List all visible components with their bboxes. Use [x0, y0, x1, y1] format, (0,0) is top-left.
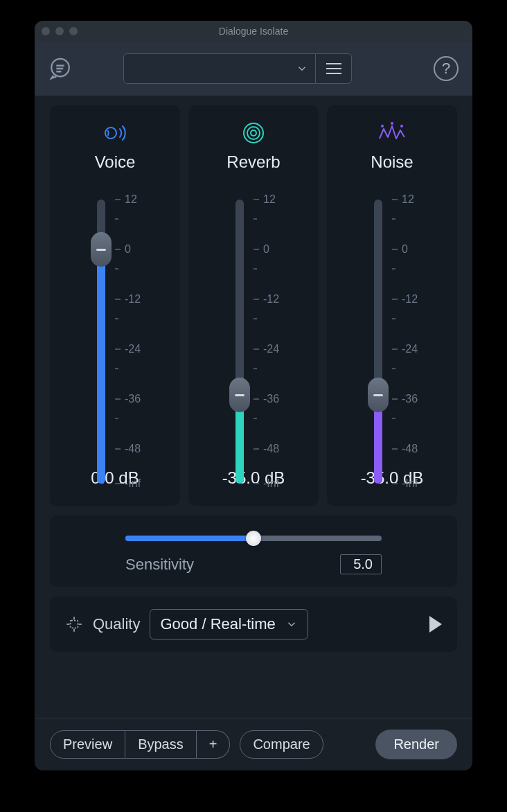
- channels-row: Voice120-12-24-36-48-Inf0.0 dBReverb120-…: [50, 105, 457, 506]
- quality-select[interactable]: Good / Real-time: [150, 609, 308, 639]
- sensitivity-panel: Sensitivity 5.0: [50, 515, 457, 587]
- tick-label: 0: [125, 243, 131, 256]
- tick-label: -36: [263, 393, 279, 405]
- sensitivity-slider[interactable]: [125, 532, 382, 545]
- tick-mark: [115, 318, 118, 319]
- tick-label: -36: [402, 393, 418, 405]
- render-button[interactable]: Render: [375, 730, 457, 759]
- tick-mark: [115, 218, 118, 220]
- tick-mark: [115, 418, 118, 419]
- tick-mark: [115, 448, 121, 450]
- tick-mark: [392, 418, 395, 419]
- tick-mark: [115, 249, 121, 250]
- tick-label: 12: [125, 193, 137, 206]
- svg-point-9: [401, 125, 402, 127]
- tick-label: -Inf: [125, 477, 141, 490]
- tick-label: -36: [125, 393, 141, 405]
- tick-label: -12: [263, 293, 279, 306]
- slider-thumb[interactable]: [368, 378, 389, 412]
- reverb-icon: [240, 119, 267, 147]
- tick-mark: [254, 348, 259, 350]
- tick-mark: [115, 299, 121, 300]
- svg-point-5: [251, 130, 256, 136]
- preview-button[interactable]: Preview: [50, 730, 125, 759]
- app-window: Dialogue Isolate ? Voice120-12-24-36-48-…: [35, 21, 472, 770]
- chevron-down-icon: [285, 618, 298, 630]
- tick-label: -12: [125, 293, 141, 306]
- tick-label: -12: [402, 293, 418, 306]
- hamburger-icon: [326, 63, 341, 74]
- channel-voice: Voice120-12-24-36-48-Inf0.0 dB: [50, 105, 180, 506]
- tick-mark: [254, 448, 259, 450]
- tick-mark: [392, 318, 395, 319]
- svg-point-0: [51, 59, 69, 77]
- quality-panel: Quality Good / Real-time: [50, 597, 457, 652]
- tick-mark: [254, 368, 257, 369]
- cpu-icon: [65, 615, 83, 633]
- tick-label: -Inf: [263, 477, 279, 490]
- sensitivity-thumb[interactable]: [246, 531, 261, 546]
- preset-select[interactable]: [123, 53, 316, 84]
- tick-label: -48: [125, 443, 141, 455]
- tick-label: 0: [402, 243, 408, 256]
- svg-point-4: [105, 127, 116, 139]
- titlebar: Dialogue Isolate: [35, 21, 472, 42]
- traffic-lights: [42, 27, 78, 35]
- tick-mark: [254, 268, 257, 270]
- noise-slider[interactable]: 120-12-24-36-48-Inf: [350, 200, 434, 449]
- quality-value: Good / Real-time: [160, 615, 275, 633]
- tick-label: -Inf: [402, 477, 418, 490]
- minimize-dot[interactable]: [55, 27, 64, 35]
- channel-title: Reverb: [226, 152, 280, 172]
- slider-track: [97, 200, 105, 484]
- svg-rect-11: [71, 621, 78, 628]
- tick-mark: [254, 218, 257, 220]
- svg-point-8: [382, 125, 383, 127]
- slider-track: [235, 200, 244, 484]
- menu-button[interactable]: [316, 53, 352, 84]
- play-button[interactable]: [429, 616, 442, 633]
- compare-button[interactable]: Compare: [240, 730, 323, 759]
- tick-mark: [392, 483, 398, 484]
- tick-mark: [254, 299, 259, 300]
- reverb-slider[interactable]: 120-12-24-36-48-Inf: [212, 200, 295, 449]
- channel-noise: Noise120-12-24-36-48-Inf-35.0 dB: [327, 105, 457, 506]
- chat-icon[interactable]: [48, 57, 72, 80]
- bypass-button[interactable]: Bypass: [125, 730, 197, 759]
- tick-label: 0: [263, 243, 269, 256]
- tick-mark: [392, 348, 398, 350]
- tick-mark: [115, 268, 118, 270]
- tick-mark: [115, 483, 121, 484]
- toolbar: ?: [35, 42, 472, 96]
- tick-mark: [254, 318, 257, 319]
- help-button[interactable]: ?: [434, 56, 459, 81]
- close-dot[interactable]: [42, 27, 50, 35]
- add-button[interactable]: +: [197, 730, 231, 759]
- channel-reverb: Reverb120-12-24-36-48-Inf-35.0 dB: [188, 105, 319, 506]
- window-title: Dialogue Isolate: [35, 26, 472, 37]
- tick-label: -24: [125, 343, 141, 355]
- svg-point-10: [391, 123, 393, 124]
- tick-label: -24: [402, 343, 418, 355]
- sensitivity-value[interactable]: 5.0: [340, 554, 382, 574]
- tick-mark: [392, 249, 398, 250]
- preset-controls: [123, 53, 352, 84]
- slider-thumb[interactable]: [91, 232, 112, 267]
- sensitivity-row: Sensitivity 5.0: [125, 554, 382, 574]
- channel-title: Voice: [95, 152, 136, 172]
- sensitivity-label: Sensitivity: [125, 556, 194, 574]
- tick-mark: [254, 199, 259, 200]
- slider-thumb[interactable]: [229, 378, 250, 412]
- voice-slider[interactable]: 120-12-24-36-48-Inf: [73, 200, 157, 449]
- chevron-down-icon: [296, 62, 308, 75]
- tick-mark: [254, 398, 259, 400]
- content: Voice120-12-24-36-48-Inf0.0 dBReverb120-…: [35, 96, 472, 662]
- tick-mark: [115, 348, 121, 350]
- slider-ticks: 120-12-24-36-48-Inf: [254, 200, 288, 449]
- tick-label: 12: [402, 193, 414, 206]
- tick-mark: [392, 398, 398, 400]
- noise-icon: [377, 119, 407, 147]
- tick-mark: [115, 199, 121, 200]
- zoom-dot[interactable]: [69, 27, 78, 35]
- tick-mark: [392, 199, 398, 200]
